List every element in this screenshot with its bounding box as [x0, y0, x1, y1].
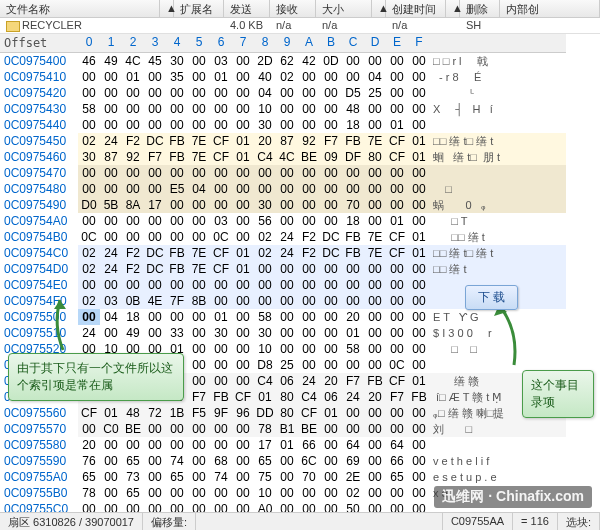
- byte[interactable]: 24: [100, 133, 122, 149]
- byte[interactable]: 00: [364, 437, 386, 453]
- byte[interactable]: 00: [188, 165, 210, 181]
- bytes[interactable]: 00000000000000000000000000000000: [78, 277, 430, 293]
- col-recv[interactable]: 接收: [270, 0, 316, 17]
- byte[interactable]: 20: [342, 309, 364, 325]
- byte[interactable]: 87: [100, 149, 122, 165]
- byte[interactable]: CF: [210, 261, 232, 277]
- col-internal[interactable]: 内部创: [500, 0, 600, 17]
- byte[interactable]: 25: [276, 357, 298, 373]
- byte[interactable]: 00: [386, 277, 408, 293]
- byte[interactable]: 00: [298, 277, 320, 293]
- byte[interactable]: 00: [386, 325, 408, 341]
- byte[interactable]: 00: [122, 277, 144, 293]
- byte[interactable]: 72: [144, 405, 166, 421]
- byte[interactable]: 58: [78, 101, 100, 117]
- byte[interactable]: 00: [188, 437, 210, 453]
- byte[interactable]: 00: [100, 469, 122, 485]
- byte[interactable]: 00: [386, 197, 408, 213]
- col-ext[interactable]: 扩展名: [174, 0, 224, 17]
- byte[interactable]: 01: [254, 389, 276, 405]
- sort-indicator[interactable]: ▲: [446, 0, 460, 17]
- byte[interactable]: 00: [100, 325, 122, 341]
- byte[interactable]: 00: [78, 85, 100, 101]
- byte[interactable]: 01: [342, 325, 364, 341]
- byte[interactable]: 00: [144, 69, 166, 85]
- download-button[interactable]: 下 载: [465, 285, 518, 310]
- byte[interactable]: 00: [122, 165, 144, 181]
- byte[interactable]: 00: [276, 85, 298, 101]
- byte[interactable]: 00: [276, 341, 298, 357]
- byte[interactable]: 00: [144, 117, 166, 133]
- byte[interactable]: 04: [254, 85, 276, 101]
- byte[interactable]: 00: [298, 341, 320, 357]
- byte[interactable]: 48: [342, 101, 364, 117]
- byte[interactable]: 78: [78, 485, 100, 501]
- byte[interactable]: 65: [122, 453, 144, 469]
- byte[interactable]: 00: [320, 309, 342, 325]
- byte[interactable]: FB: [166, 149, 188, 165]
- hex-row[interactable]: 0C0975460308792F7FB7ECF01C44CBE09DF80CF0…: [0, 149, 566, 165]
- byte[interactable]: 00: [188, 117, 210, 133]
- byte[interactable]: 00: [386, 261, 408, 277]
- byte[interactable]: 00: [100, 117, 122, 133]
- byte[interactable]: 65: [122, 485, 144, 501]
- byte[interactable]: 00: [100, 437, 122, 453]
- col-send[interactable]: 发送: [224, 0, 270, 17]
- byte[interactable]: 66: [298, 437, 320, 453]
- byte[interactable]: 00: [342, 69, 364, 85]
- byte[interactable]: 30: [210, 325, 232, 341]
- byte[interactable]: 24: [276, 229, 298, 245]
- byte[interactable]: 00: [364, 405, 386, 421]
- hex-row[interactable]: 0C09755102400490033003000300000000100000…: [0, 325, 566, 341]
- byte[interactable]: 00: [364, 101, 386, 117]
- byte[interactable]: 00: [144, 101, 166, 117]
- byte[interactable]: 06: [320, 389, 342, 405]
- byte[interactable]: 40: [254, 69, 276, 85]
- byte[interactable]: 00: [364, 261, 386, 277]
- byte[interactable]: 01: [232, 261, 254, 277]
- col-ctime[interactable]: 创建时间: [386, 0, 446, 17]
- hex-row[interactable]: 0C09754500224F2DCFB7ECF01208792F7FB7ECF0…: [0, 133, 566, 149]
- byte[interactable]: DC: [320, 229, 342, 245]
- byte[interactable]: 02: [254, 229, 276, 245]
- byte[interactable]: 01: [386, 213, 408, 229]
- bytes[interactable]: 000000000000000004000000D5250000: [78, 85, 430, 101]
- byte[interactable]: CF: [298, 405, 320, 421]
- byte[interactable]: E5: [166, 181, 188, 197]
- bytes[interactable]: 58000000000000001000000048000000: [78, 101, 430, 117]
- hex-row[interactable]: 0C09754B00C00000000000C000224F2DCFB7ECF0…: [0, 229, 566, 245]
- byte[interactable]: 7E: [188, 133, 210, 149]
- byte[interactable]: 75: [254, 469, 276, 485]
- byte[interactable]: 00: [386, 85, 408, 101]
- byte[interactable]: 0C: [78, 229, 100, 245]
- bytes[interactable]: CF0148721BF59F96DD80CF0100000000: [78, 405, 430, 421]
- byte[interactable]: 00: [276, 293, 298, 309]
- byte[interactable]: 45: [144, 53, 166, 69]
- byte[interactable]: 00: [298, 293, 320, 309]
- byte[interactable]: 00: [408, 181, 430, 197]
- byte[interactable]: 00: [320, 485, 342, 501]
- byte[interactable]: 02: [254, 245, 276, 261]
- byte[interactable]: 20: [320, 373, 342, 389]
- byte[interactable]: 01: [232, 149, 254, 165]
- byte[interactable]: 0C: [386, 357, 408, 373]
- byte[interactable]: 00: [364, 357, 386, 373]
- byte[interactable]: 00: [320, 469, 342, 485]
- byte[interactable]: 17: [144, 197, 166, 213]
- byte[interactable]: 00: [210, 437, 232, 453]
- byte[interactable]: 00: [254, 165, 276, 181]
- byte[interactable]: 00: [386, 181, 408, 197]
- byte[interactable]: 01: [210, 309, 232, 325]
- byte[interactable]: 00: [276, 101, 298, 117]
- sort-indicator[interactable]: ▲: [372, 0, 386, 17]
- byte[interactable]: 00: [232, 181, 254, 197]
- hex-row[interactable]: 0C09755000004180000000100580000002000000…: [0, 309, 566, 325]
- byte[interactable]: 00: [364, 165, 386, 181]
- byte[interactable]: 00: [188, 229, 210, 245]
- byte[interactable]: 00: [100, 69, 122, 85]
- byte[interactable]: 00: [232, 421, 254, 437]
- byte[interactable]: 74: [166, 453, 188, 469]
- byte[interactable]: 24: [342, 389, 364, 405]
- byte[interactable]: 00: [320, 261, 342, 277]
- byte[interactable]: 00: [342, 293, 364, 309]
